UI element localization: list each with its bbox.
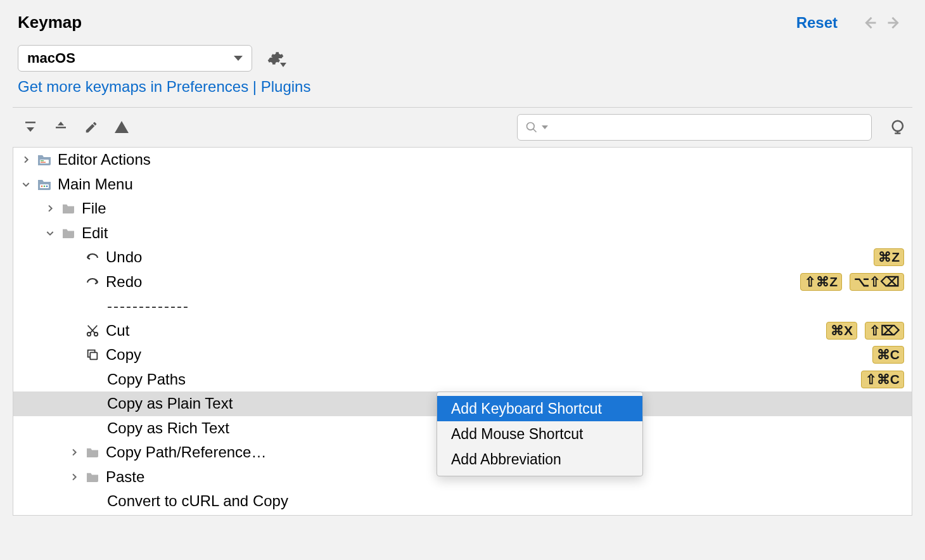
tree-label: Copy bbox=[106, 346, 872, 364]
expand-all-icon[interactable] bbox=[18, 115, 43, 140]
undo-icon bbox=[83, 251, 102, 263]
svg-rect-1 bbox=[56, 127, 66, 129]
warning-icon[interactable] bbox=[109, 115, 134, 140]
svg-point-2 bbox=[527, 123, 535, 130]
svg-rect-0 bbox=[25, 122, 35, 124]
menu-item-add-keyboard-shortcut[interactable]: Add Keyboard Shortcut bbox=[437, 396, 642, 421]
find-action-by-shortcut-icon[interactable] bbox=[890, 118, 907, 137]
svg-rect-4 bbox=[40, 160, 49, 163]
gear-icon[interactable] bbox=[267, 50, 284, 67]
tree-row-redo[interactable]: Redo ⇧⌘Z ⌥⇧⌫ bbox=[13, 270, 912, 295]
shortcut-badge: ⇧⌘C bbox=[861, 371, 904, 388]
tree-label: Redo bbox=[106, 273, 800, 291]
actions-tree[interactable]: Editor Actions Main Menu File Edit bbox=[13, 147, 912, 516]
back-arrow-icon[interactable] bbox=[860, 14, 878, 32]
chevron-right-icon[interactable] bbox=[65, 472, 83, 482]
chevron-right-icon[interactable] bbox=[41, 203, 59, 213]
svg-point-3 bbox=[893, 120, 903, 130]
keymap-select[interactable]: macOS bbox=[18, 45, 252, 72]
page-title: Keymap bbox=[18, 13, 796, 32]
shortcut-badge: ⌘Z bbox=[874, 248, 904, 266]
folder-icon bbox=[83, 471, 102, 483]
forward-arrow-icon[interactable] bbox=[886, 14, 903, 32]
more-keymaps-link[interactable]: Get more keymaps in Preferences | Plugin… bbox=[0, 77, 925, 107]
reset-link[interactable]: Reset bbox=[796, 14, 838, 32]
edit-icon[interactable] bbox=[79, 115, 104, 140]
shortcut-badge: ⇧⌦ bbox=[865, 322, 904, 340]
folder-icon bbox=[59, 203, 78, 214]
tree-label: Edit bbox=[82, 224, 904, 242]
shortcut-badge: ⇧⌘Z bbox=[800, 273, 842, 291]
tree-label: Cut bbox=[106, 322, 826, 340]
svg-point-9 bbox=[44, 185, 46, 187]
shortcut-badge: ⌘C bbox=[872, 346, 904, 364]
tree-label: Copy Paths bbox=[107, 371, 861, 388]
search-field[interactable] bbox=[552, 120, 864, 135]
folder-icon bbox=[59, 227, 78, 239]
tree-label: Convert to cURL and Copy bbox=[107, 492, 904, 510]
tree-row-copy[interactable]: Copy ⌘C bbox=[13, 343, 912, 367]
folder-icon bbox=[83, 447, 102, 458]
shortcut-badge: ⌥⇧⌫ bbox=[850, 273, 904, 291]
tree-row-main-menu[interactable]: Main Menu bbox=[13, 172, 912, 197]
cut-icon bbox=[83, 324, 102, 338]
tree-row-convert-curl[interactable]: Convert to cURL and Copy bbox=[13, 489, 912, 514]
tree-label: Main Menu bbox=[58, 175, 904, 193]
context-menu: Add Keyboard Shortcut Add Mouse Shortcut… bbox=[437, 391, 643, 476]
tree-row-edit[interactable]: Edit bbox=[13, 221, 912, 246]
search-dropdown-icon[interactable] bbox=[542, 124, 548, 130]
chevron-right-icon[interactable] bbox=[65, 447, 83, 457]
chevron-down-icon[interactable] bbox=[17, 179, 35, 189]
tree-label: Undo bbox=[106, 248, 874, 266]
copy-icon bbox=[83, 348, 102, 362]
svg-rect-5 bbox=[41, 160, 44, 161]
svg-rect-13 bbox=[90, 353, 97, 360]
collapse-all-icon[interactable] bbox=[48, 115, 73, 140]
search-icon bbox=[525, 121, 538, 134]
menu-item-add-abbreviation[interactable]: Add Abbreviation bbox=[437, 447, 642, 472]
svg-point-8 bbox=[41, 185, 43, 187]
folder-icon bbox=[35, 153, 54, 166]
tree-row-file[interactable]: File bbox=[13, 196, 912, 221]
search-input[interactable] bbox=[517, 114, 872, 141]
menu-item-add-mouse-shortcut[interactable]: Add Mouse Shortcut bbox=[437, 421, 642, 447]
chevron-down-icon[interactable] bbox=[41, 228, 59, 238]
redo-icon bbox=[83, 276, 102, 288]
tree-row-cut[interactable]: Cut ⌘X ⇧⌦ bbox=[13, 319, 912, 343]
svg-point-11 bbox=[87, 333, 91, 336]
folder-icon bbox=[35, 178, 54, 191]
chevron-right-icon[interactable] bbox=[17, 155, 35, 165]
tree-row-separator: ------------- bbox=[13, 294, 912, 319]
shortcut-badge: ⌘X bbox=[826, 322, 857, 340]
svg-point-12 bbox=[94, 333, 98, 336]
tree-row-editor-actions[interactable]: Editor Actions bbox=[13, 148, 912, 172]
tree-row-undo[interactable]: Undo ⌘Z bbox=[13, 245, 912, 270]
svg-point-10 bbox=[46, 185, 48, 187]
svg-rect-6 bbox=[41, 162, 46, 163]
tree-label: File bbox=[82, 200, 904, 217]
keymap-select-value: macOS bbox=[27, 50, 75, 67]
tree-label: Editor Actions bbox=[58, 151, 904, 169]
tree-label: ------------- bbox=[107, 297, 904, 315]
chevron-down-icon bbox=[234, 56, 243, 61]
tree-row-copy-paths[interactable]: Copy Paths ⇧⌘C bbox=[13, 367, 912, 392]
